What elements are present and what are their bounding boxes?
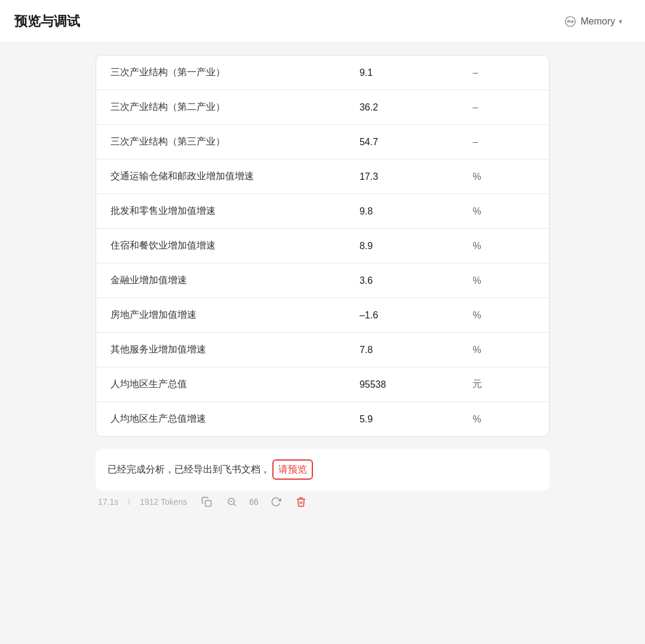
table-row: 人均地区生产总值 95538 元: [96, 367, 549, 402]
row-unit: %: [458, 298, 549, 333]
row-label: 住宿和餐饮业增加值增速: [96, 229, 345, 263]
row-unit: –: [458, 56, 549, 90]
header: 预览与调试 Memory ▾: [0, 0, 645, 43]
table-row: 交通运输仓储和邮政业增加值增速 17.3 %: [96, 160, 549, 194]
table-row: 人均地区生产总值增速 5.9 %: [96, 402, 549, 437]
row-unit: %: [458, 333, 549, 367]
table-row: 批发和零售业增加值增速 9.8 %: [96, 194, 549, 229]
message-text: 已经完成分析，已经导出到飞书文档，: [108, 462, 270, 477]
row-value: 7.8: [345, 333, 459, 367]
row-value: 17.3: [345, 160, 459, 194]
row-label: 三次产业结构（第三产业）: [96, 125, 345, 160]
row-value: –1.6: [345, 298, 459, 333]
search-button[interactable]: [224, 495, 239, 508]
search-icon: [226, 496, 237, 507]
refresh-button[interactable]: [268, 495, 284, 508]
chevron-down-icon: ▾: [619, 17, 622, 26]
svg-point-2: [572, 20, 573, 22]
trash-icon: [296, 496, 306, 507]
row-unit: %: [458, 160, 549, 194]
row-value: 36.2: [345, 90, 459, 125]
meta-bar: 17.1s I 1912 Tokens 66: [96, 490, 549, 513]
row-unit: –: [458, 90, 549, 125]
svg-line-5: [234, 504, 236, 505]
row-label: 三次产业结构（第一产业）: [96, 56, 345, 90]
row-value: 3.6: [345, 263, 459, 298]
table-row: 三次产业结构（第二产业） 36.2 –: [96, 90, 549, 125]
row-unit: –: [458, 125, 549, 160]
message-area: 已经完成分析，已经导出到飞书文档， 请预览: [96, 449, 549, 490]
row-value: 8.9: [345, 229, 459, 263]
row-label: 金融业增加值增速: [96, 263, 345, 298]
delete-button[interactable]: [293, 495, 309, 508]
row-value: 95538: [345, 367, 459, 402]
main-content: 三次产业结构（第一产业） 9.1 – 三次产业结构（第二产业） 36.2 – 三…: [0, 43, 645, 525]
meta-tokens: 1912 Tokens: [140, 497, 187, 507]
meta-separator: I: [128, 497, 130, 507]
row-label: 三次产业结构（第二产业）: [96, 90, 345, 125]
refresh-icon: [271, 496, 281, 507]
row-value: 9.1: [345, 56, 459, 90]
message-bubble: 已经完成分析，已经导出到飞书文档， 请预览: [96, 449, 549, 490]
page-title: 预览与调试: [14, 13, 80, 30]
meta-time: 17.1s: [98, 497, 118, 507]
table-row: 住宿和餐饮业增加值增速 8.9 %: [96, 229, 549, 263]
row-unit: %: [458, 229, 549, 263]
row-label: 人均地区生产总值增速: [96, 402, 345, 437]
row-unit: %: [458, 402, 549, 437]
memory-icon: [564, 15, 577, 28]
row-label: 房地产业增加值增速: [96, 298, 345, 333]
row-label: 其他服务业增加值增速: [96, 333, 345, 367]
memory-button[interactable]: Memory ▾: [555, 10, 631, 33]
table-row: 其他服务业增加值增速 7.8 %: [96, 333, 549, 367]
svg-rect-3: [205, 500, 211, 506]
preview-link[interactable]: 请预览: [272, 459, 313, 480]
table-row: 房地产业增加值增速 –1.6 %: [96, 298, 549, 333]
row-label: 人均地区生产总值: [96, 367, 345, 402]
row-unit: 元: [458, 367, 549, 402]
row-label: 交通运输仓储和邮政业增加值增速: [96, 160, 345, 194]
row-value: 5.9: [345, 402, 459, 437]
memory-label: Memory: [580, 16, 615, 27]
row-unit: %: [458, 263, 549, 298]
count-label: 66: [249, 497, 259, 507]
meta-actions: 66: [199, 495, 309, 508]
row-unit: %: [458, 194, 549, 229]
data-table-container: 三次产业结构（第一产业） 9.1 – 三次产业结构（第二产业） 36.2 – 三…: [96, 55, 549, 437]
copy-icon: [201, 496, 212, 507]
svg-point-1: [567, 20, 569, 22]
table-row: 三次产业结构（第三产业） 54.7 –: [96, 125, 549, 160]
row-value: 54.7: [345, 125, 459, 160]
copy-button[interactable]: [199, 495, 214, 508]
table-row: 金融业增加值增速 3.6 %: [96, 263, 549, 298]
row-value: 9.8: [345, 194, 459, 229]
table-row: 三次产业结构（第一产业） 9.1 –: [96, 56, 549, 90]
data-table: 三次产业结构（第一产业） 9.1 – 三次产业结构（第二产业） 36.2 – 三…: [96, 56, 549, 436]
row-label: 批发和零售业增加值增速: [96, 194, 345, 229]
